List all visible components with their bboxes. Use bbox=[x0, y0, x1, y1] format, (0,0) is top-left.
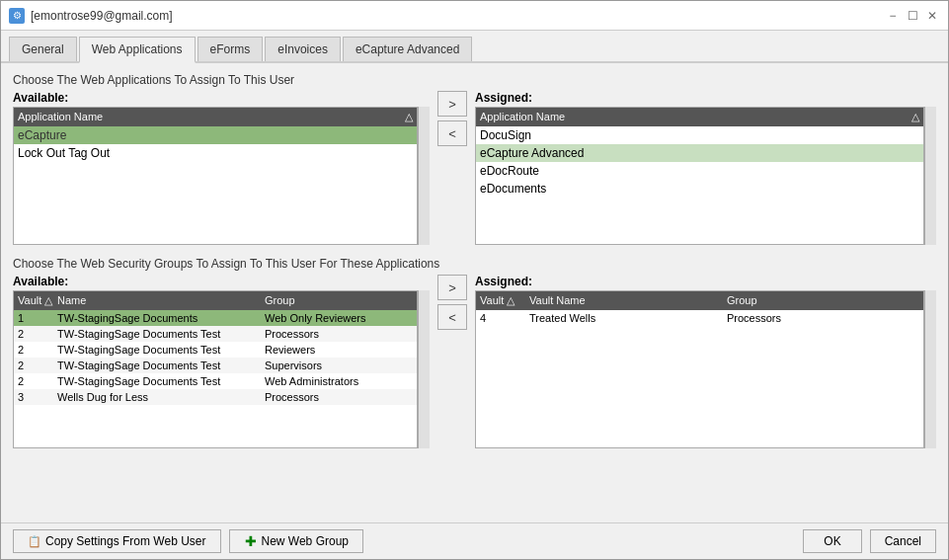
list-item[interactable]: eCapture bbox=[14, 126, 417, 144]
list-item[interactable]: 2 TW-StagingSage Documents Test Reviewer… bbox=[14, 342, 417, 358]
tab-ecapture-advanced[interactable]: eCapture Advanced bbox=[343, 37, 472, 61]
footer-right-buttons: OK Cancel bbox=[803, 529, 936, 553]
sort-icon: △ bbox=[405, 111, 413, 123]
copy-icon: 📋 bbox=[28, 534, 41, 548]
security-arrow-buttons: > < bbox=[437, 275, 467, 330]
copy-settings-button[interactable]: 📋 Copy Settings From Web User bbox=[13, 529, 221, 553]
web-apps-section: Choose The Web Applications To Assign To… bbox=[13, 73, 936, 245]
new-web-group-button[interactable]: ✚ New Web Group bbox=[229, 529, 363, 553]
web-apps-assigned-label: Assigned: bbox=[475, 91, 936, 105]
web-apps-available-list[interactable]: Application Name △ eCapture Lock Out Tag… bbox=[13, 107, 418, 245]
scrollbar[interactable] bbox=[418, 290, 430, 448]
main-window: ⚙ [emontrose99@gmail.com] − ☐ ✕ General … bbox=[0, 0, 949, 560]
group-col-header: Group bbox=[727, 294, 919, 307]
security-move-left-button[interactable]: < bbox=[437, 304, 467, 330]
maximize-button[interactable]: ☐ bbox=[905, 8, 920, 24]
web-apps-available-label: Available: bbox=[13, 91, 430, 105]
security-assigned-container: Assigned: Vault △ Vault Name Group 4 Tre… bbox=[475, 275, 936, 448]
sort-icon: △ bbox=[911, 111, 919, 123]
list-item[interactable]: DocuSign bbox=[476, 126, 923, 144]
tab-general[interactable]: General bbox=[9, 37, 77, 61]
app-icon: ⚙ bbox=[9, 8, 25, 24]
sort-icon: △ bbox=[507, 294, 514, 306]
security-groups-section: Choose The Web Security Groups To Assign… bbox=[13, 257, 936, 448]
add-icon: ✚ bbox=[244, 534, 258, 548]
web-apps-assigned-header: Application Name △ bbox=[476, 108, 923, 126]
security-available-label: Available: bbox=[13, 275, 430, 288]
move-left-button[interactable]: < bbox=[437, 120, 467, 146]
list-item[interactable]: 2 TW-StagingSage Documents Test Web Admi… bbox=[14, 373, 417, 389]
security-available-container: Available: Vault △ Name Group 1 TW-Stagi… bbox=[13, 275, 430, 448]
ok-button[interactable]: OK bbox=[803, 529, 861, 553]
web-apps-label: Choose The Web Applications To Assign To… bbox=[13, 73, 936, 87]
security-assigned-label: Assigned: bbox=[475, 275, 936, 288]
web-apps-panels: Available: Application Name △ eCapture bbox=[13, 91, 936, 245]
footer: 📋 Copy Settings From Web User ✚ New Web … bbox=[1, 522, 948, 559]
web-apps-assigned-list[interactable]: Application Name △ DocuSign eCapture Adv… bbox=[475, 107, 924, 245]
list-item[interactable]: eCapture Advanced bbox=[476, 144, 923, 162]
list-item[interactable]: 2 TW-StagingSage Documents Test Supervis… bbox=[14, 358, 417, 373]
list-item[interactable]: eDocuments bbox=[476, 180, 923, 198]
window-title: [emontrose99@gmail.com] bbox=[31, 9, 173, 23]
security-assigned-list[interactable]: Vault △ Vault Name Group 4 Treated Wells… bbox=[475, 290, 924, 448]
list-item[interactable]: Lock Out Tag Out bbox=[14, 144, 417, 162]
security-panels: Available: Vault △ Name Group 1 TW-Stagi… bbox=[13, 275, 936, 448]
window-controls: − ☐ ✕ bbox=[885, 8, 940, 24]
scrollbar[interactable] bbox=[924, 290, 936, 448]
main-content: Choose The Web Applications To Assign To… bbox=[1, 63, 948, 522]
group-col-header: Group bbox=[265, 294, 413, 307]
close-button[interactable]: ✕ bbox=[924, 8, 940, 24]
security-available-header: Vault △ Name Group bbox=[14, 291, 417, 310]
list-item[interactable]: 1 TW-StagingSage Documents Web Only Revi… bbox=[14, 310, 417, 326]
security-groups-label: Choose The Web Security Groups To Assign… bbox=[13, 257, 936, 271]
web-apps-assigned-container: Assigned: Application Name △ DocuSign bbox=[475, 91, 936, 245]
list-item[interactable]: 4 Treated Wells Processors bbox=[476, 310, 923, 326]
vaultname-col-header: Vault Name bbox=[529, 294, 727, 307]
tab-eforms[interactable]: eForms bbox=[198, 37, 264, 61]
web-apps-arrow-buttons: > < bbox=[437, 91, 467, 146]
vault-col-header: Vault △ bbox=[18, 294, 57, 307]
web-apps-available-header: Application Name △ bbox=[14, 108, 417, 126]
security-assigned-header: Vault △ Vault Name Group bbox=[476, 291, 923, 310]
minimize-button[interactable]: − bbox=[885, 8, 901, 24]
tab-einvoices[interactable]: eInvoices bbox=[265, 37, 341, 61]
title-bar-left: ⚙ [emontrose99@gmail.com] bbox=[9, 8, 173, 24]
web-apps-available-container: Available: Application Name △ eCapture bbox=[13, 91, 430, 245]
list-item[interactable]: 2 TW-StagingSage Documents Test Processo… bbox=[14, 326, 417, 342]
security-available-list[interactable]: Vault △ Name Group 1 TW-StagingSage Docu… bbox=[13, 290, 418, 448]
tab-web-applications[interactable]: Web Applications bbox=[79, 37, 196, 63]
sort-icon: △ bbox=[44, 294, 52, 306]
cancel-button[interactable]: Cancel bbox=[870, 529, 936, 553]
scrollbar[interactable] bbox=[924, 107, 936, 245]
list-item[interactable]: eDocRoute bbox=[476, 162, 923, 180]
security-move-right-button[interactable]: > bbox=[437, 275, 467, 300]
move-right-button[interactable]: > bbox=[437, 91, 467, 117]
title-bar: ⚙ [emontrose99@gmail.com] − ☐ ✕ bbox=[1, 1, 948, 31]
list-item[interactable]: 3 Wells Dug for Less Processors bbox=[14, 389, 417, 405]
vault-col-header: Vault △ bbox=[480, 294, 529, 307]
tab-bar: General Web Applications eForms eInvoice… bbox=[1, 31, 948, 63]
name-col-header: Name bbox=[57, 294, 265, 307]
footer-left-buttons: 📋 Copy Settings From Web User ✚ New Web … bbox=[13, 529, 363, 553]
scrollbar[interactable] bbox=[418, 107, 430, 245]
